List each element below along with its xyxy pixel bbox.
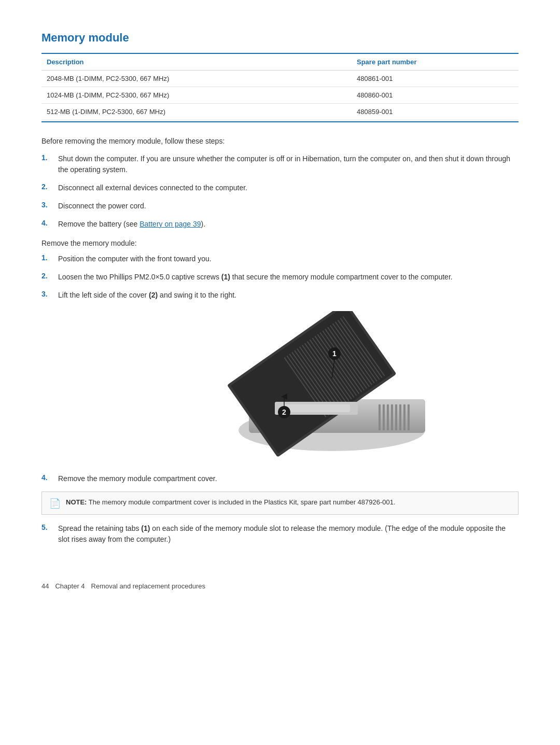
prereq-steps: 1.Shut down the computer. If you are uns…	[41, 153, 519, 230]
step-text: Position the computer with the front tow…	[58, 254, 212, 264]
table-cell-desc: 1024-MB (1-DIMM, PC2-5300, 667 MHz)	[41, 87, 352, 104]
table-row: 512-MB (1-DIMM, PC2-5300, 667 MHz)480859…	[41, 104, 519, 120]
step-number: 4.	[41, 219, 58, 227]
page-footer: 44 Chapter 4 Removal and replacement pro…	[41, 576, 519, 590]
step-4: 4. Remove the memory module compartment …	[41, 473, 519, 484]
step-text: Disconnect all external devices connecte…	[58, 182, 247, 193]
parts-table: Description Spare part number 2048-MB (1…	[41, 54, 519, 120]
table-header-spare: Spare part number	[352, 54, 519, 71]
footer-page-num: 44	[41, 582, 49, 590]
prereq-step-item: 1.Shut down the computer. If you are uns…	[41, 153, 519, 175]
intro-text: Before removing the memory module, follo…	[41, 137, 519, 145]
prereq-step-item: 2.Disconnect all external devices connec…	[41, 182, 519, 193]
step-text: Lift the left side of the cover (2) and …	[58, 290, 236, 301]
step-number: 1.	[41, 254, 58, 262]
note-label: NOTE:	[66, 498, 87, 506]
step-4-text: Remove the memory module compartment cov…	[58, 473, 217, 484]
step-number: 1.	[41, 153, 58, 162]
svg-rect-5	[387, 404, 389, 430]
svg-rect-10	[408, 404, 410, 430]
svg-rect-7	[395, 404, 397, 430]
remove-step-item: 3.Lift the left side of the cover (2) an…	[41, 290, 519, 301]
footer-chapter: Chapter 4	[55, 582, 85, 590]
step-number: 3.	[41, 201, 58, 209]
table-cell-desc: 512-MB (1-DIMM, PC2-5300, 667 MHz)	[41, 104, 352, 120]
svg-rect-38	[283, 404, 350, 412]
svg-rect-9	[403, 404, 405, 430]
note-box: 📄 NOTE: The memory module compartment co…	[41, 491, 519, 515]
svg-text:1: 1	[332, 349, 337, 358]
step-text: Loosen the two Phillips PM2.0×5.0 captiv…	[58, 272, 453, 283]
note-body: The memory module compartment cover is i…	[89, 498, 396, 506]
table-cell-part: 480859-001	[352, 104, 519, 120]
procedure-diagram: 1 2	[207, 311, 425, 461]
page-content: Memory module Description Spare part num…	[0, 0, 560, 631]
step-text: Disconnect the power cord.	[58, 201, 146, 212]
footer-chapter-title: Removal and replacement procedures	[91, 582, 205, 590]
note-text: NOTE: The memory module compartment cove…	[66, 497, 396, 508]
table-bottom-divider	[41, 121, 519, 122]
step-text: Remove the battery (see Battery on page …	[58, 219, 205, 230]
remove-heading: Remove the memory module:	[41, 239, 519, 247]
step-5: 5. Spread the retaining tabs (1) on each…	[41, 523, 519, 545]
step-text: Shut down the computer. If you are unsur…	[58, 153, 519, 175]
step-4-number: 4.	[41, 473, 58, 482]
battery-link[interactable]: Battery on page 39	[139, 220, 201, 228]
table-header-description: Description	[41, 54, 352, 71]
step-5-number: 5.	[41, 523, 58, 531]
remove-step-item: 1.Position the computer with the front t…	[41, 254, 519, 264]
remove-steps: 1.Position the computer with the front t…	[41, 254, 519, 301]
svg-rect-6	[391, 404, 393, 430]
remove-step-item: 2.Loosen the two Phillips PM2.0×5.0 capt…	[41, 272, 519, 283]
prereq-step-item: 4.Remove the battery (see Battery on pag…	[41, 219, 519, 230]
step-number: 2.	[41, 182, 58, 191]
table-cell-part: 480860-001	[352, 87, 519, 104]
step-number: 2.	[41, 272, 58, 280]
note-icon: 📄	[49, 498, 61, 509]
table-row: 2048-MB (1-DIMM, PC2-5300, 667 MHz)48086…	[41, 71, 519, 87]
step-5-text: Spread the retaining tabs (1) on each si…	[58, 523, 519, 545]
svg-text:2: 2	[282, 408, 286, 416]
page-title: Memory module	[41, 31, 519, 45]
diagram-container: 1 2	[114, 311, 519, 463]
table-row: 1024-MB (1-DIMM, PC2-5300, 667 MHz)48086…	[41, 87, 519, 104]
svg-rect-3	[379, 404, 381, 430]
table-cell-part: 480861-001	[352, 71, 519, 87]
step-number: 3.	[41, 290, 58, 298]
table-cell-desc: 2048-MB (1-DIMM, PC2-5300, 667 MHz)	[41, 71, 352, 87]
svg-rect-4	[383, 404, 385, 430]
svg-rect-8	[399, 404, 401, 430]
prereq-step-item: 3.Disconnect the power cord.	[41, 201, 519, 212]
